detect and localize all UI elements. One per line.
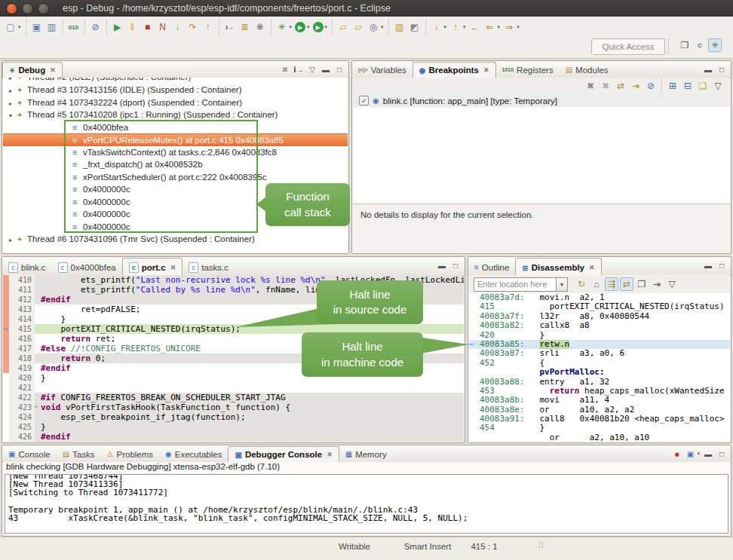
- tab-debug[interactable]: ✴Debug✕: [2, 62, 63, 78]
- back-dropdown-icon[interactable]: ▾: [498, 24, 501, 30]
- fold-icon[interactable]: ⊖: [35, 402, 41, 412]
- tab-port-c[interactable]: cport.c✕: [122, 258, 183, 275]
- display-selected-console-icon[interactable]: ▣: [684, 448, 696, 460]
- use-step-filters-icon[interactable]: ❋: [253, 20, 267, 34]
- tab-0x4000bfea[interactable]: c0x4000bfea: [52, 258, 122, 275]
- binary-literals-icon[interactable]: 010: [67, 20, 81, 34]
- debug-dropdown-icon[interactable]: ▾: [290, 24, 293, 30]
- forward-icon[interactable]: ⇒: [502, 20, 516, 34]
- resume-icon[interactable]: ▶: [111, 20, 124, 34]
- step-return-icon[interactable]: ↑: [201, 20, 215, 34]
- maximize-icon[interactable]: □: [333, 63, 345, 75]
- statusbar-drag-handle[interactable]: ⁞⁞: [538, 540, 544, 549]
- new-cpp-project-icon[interactable]: ▱: [336, 20, 350, 34]
- remove-all-breakpoints-icon[interactable]: ✖: [599, 79, 612, 93]
- remove-all-terminated-icon[interactable]: ✖: [279, 63, 291, 75]
- save-all-icon[interactable]: ▥: [45, 20, 59, 34]
- tree-expand-icon[interactable]: ▸: [9, 78, 17, 84]
- run-icon[interactable]: ▶: [295, 22, 305, 32]
- debug-tree-thread-row[interactable]: ▸✦Thread #4 1073432224 (dport) (Suspende…: [3, 96, 348, 109]
- instruction-stepping-icon[interactable]: i→: [223, 20, 237, 34]
- open-new-view-icon[interactable]: ❐: [635, 277, 649, 291]
- remove-selected-breakpoint-icon[interactable]: ✖: [584, 79, 597, 93]
- terminate-icon[interactable]: ■: [141, 20, 155, 34]
- step-into-icon[interactable]: ↓: [171, 20, 185, 34]
- step-over-icon[interactable]: ↷: [186, 20, 200, 34]
- new-dropdown-icon[interactable]: ▾: [18, 24, 21, 30]
- go-to-file-for-breakpoint-icon[interactable]: ⇥: [629, 79, 643, 93]
- view-menu-icon[interactable]: ▽: [665, 277, 679, 291]
- link-with-debug-view-icon[interactable]: ❏: [696, 79, 710, 93]
- location-dropdown-icon[interactable]: ▼: [557, 277, 568, 292]
- debug-tree-frame-row[interactable]: ≡xPortStartScheduler() at port.c:222 0x4…: [3, 171, 348, 184]
- new-icon[interactable]: ▢: [4, 20, 17, 34]
- cpp-perspective-icon[interactable]: C: [693, 38, 707, 52]
- open-perspective-icon[interactable]: ❐: [678, 38, 692, 52]
- breakpoint-checkbox[interactable]: ✓: [359, 96, 369, 106]
- minimize-icon[interactable]: ▬: [702, 63, 714, 75]
- search-icon[interactable]: ◎: [366, 20, 380, 34]
- tab-close-icon[interactable]: ✕: [483, 66, 489, 74]
- debug-tree[interactable]: ▸✦Thread #2 (IDLE) (Suspended : Containe…: [3, 78, 348, 252]
- open-folder-icon[interactable]: ▱: [351, 20, 365, 34]
- debug-tree-frame-row[interactable]: ≡_frxt_dispatch() at 0x4008532b: [3, 158, 348, 171]
- collapse-all-icon[interactable]: ⊟: [681, 79, 695, 93]
- debug-tree-thread-row[interactable]: ▾✦Thread #5 1073410208 (ipc1 : Running) …: [3, 109, 348, 121]
- window-close-button[interactable]: [6, 3, 17, 14]
- window-maximize-button[interactable]: [38, 3, 49, 14]
- tab-modules[interactable]: ▤Modules: [560, 62, 615, 78]
- terminate-icon[interactable]: ■: [670, 448, 682, 460]
- minimize-icon[interactable]: ▬: [702, 259, 714, 271]
- back-history-icon[interactable]: ←: [468, 20, 482, 34]
- run-dropdown-icon[interactable]: ▾: [307, 24, 310, 30]
- track-expression-icon[interactable]: ⇄: [620, 277, 633, 291]
- tab-tasks[interactable]: ▤Tasks: [57, 446, 101, 462]
- tab-problems[interactable]: ⚠Problems: [101, 446, 160, 462]
- refresh-icon[interactable]: ↻: [575, 277, 588, 291]
- minimize-icon[interactable]: ▬: [702, 448, 714, 460]
- tab-close-icon[interactable]: ✕: [589, 264, 595, 271]
- maximize-icon[interactable]: □: [716, 448, 728, 460]
- pin-icon[interactable]: ⇥: [650, 277, 664, 291]
- maximize-icon[interactable]: □: [716, 63, 728, 75]
- show-breakpoints-supported-icon[interactable]: ⇄: [614, 79, 627, 93]
- maximize-icon[interactable]: □: [716, 259, 728, 271]
- tab-outline[interactable]: ≡Outline: [468, 258, 515, 275]
- quick-access-button[interactable]: Quick Access: [591, 38, 665, 55]
- tree-expand-icon[interactable]: ▸: [9, 234, 17, 247]
- tab-registers[interactable]: 1010Registers: [496, 62, 560, 78]
- tab-breakpoints[interactable]: ◉Breakpoints✕: [413, 62, 496, 78]
- home-icon[interactable]: ⌂: [590, 277, 603, 291]
- tab-memory[interactable]: ▦Memory: [339, 446, 393, 462]
- view-menu-icon[interactable]: ▽: [711, 79, 725, 93]
- toggle-mark-occurrences-icon[interactable]: ▨: [393, 20, 406, 34]
- tab-tasks-c[interactable]: ctasks.c: [182, 258, 235, 275]
- console-output[interactable]: [New Thread 1073468744][New Thread 10734…: [5, 474, 728, 534]
- debug-tree-thread-row[interactable]: ▸✦Thread #3 1073413156 (IDLE) (Suspended…: [3, 84, 348, 96]
- skip-all-breakpoints-icon[interactable]: ⊘: [89, 20, 103, 34]
- external-tools-dropdown-icon[interactable]: ▾: [325, 24, 328, 30]
- show-source-icon[interactable]: ⇶: [605, 277, 618, 291]
- breakpoint-row[interactable]: ✓ ◉ blink.c [function: app_main] [type: …: [353, 94, 730, 107]
- debug-tree-frame-row[interactable]: ≡0x4000bfea: [3, 121, 348, 134]
- forward-dropdown-icon[interactable]: ▾: [517, 24, 520, 30]
- tab-console[interactable]: ▣Console: [2, 446, 57, 462]
- external-tools-icon[interactable]: ▶: [313, 22, 324, 32]
- display-selected-console-dropdown-icon[interactable]: ▾: [697, 451, 700, 457]
- next-annotation-dropdown-icon[interactable]: ▾: [463, 24, 466, 30]
- disconnect-icon[interactable]: N: [156, 20, 170, 34]
- last-edit-location-icon[interactable]: ↓: [430, 20, 443, 34]
- disassembly-listing[interactable]: 40083a7d: movi.n a2, 1415 portEXIT_CRITI…: [469, 293, 730, 442]
- minimize-icon[interactable]: ▬: [436, 259, 448, 271]
- maximize-icon[interactable]: □: [449, 259, 462, 271]
- tab-close-icon[interactable]: ✕: [327, 451, 333, 458]
- tab-disassembly[interactable]: ≣Disassembly✕: [515, 258, 601, 275]
- skip-all-breakpoints-icon[interactable]: ⊘: [644, 79, 658, 93]
- debug-tree-frame-row[interactable]: ≡vPortCPUReleaseMutex() at port.c:415 0x…: [3, 133, 348, 146]
- debug-tree-thread-row[interactable]: ▸✦Thread #6 1073431096 (Tmr Svc) (Suspen…: [3, 233, 348, 246]
- tab-close-icon[interactable]: ✕: [50, 66, 56, 74]
- tab-debugger-console[interactable]: ▣Debugger Console✕: [228, 446, 339, 462]
- expand-all-icon[interactable]: ⊞: [666, 79, 679, 93]
- tab-executables[interactable]: ◉Executables: [159, 446, 228, 462]
- debug-perspective-icon[interactable]: ✳: [708, 38, 722, 52]
